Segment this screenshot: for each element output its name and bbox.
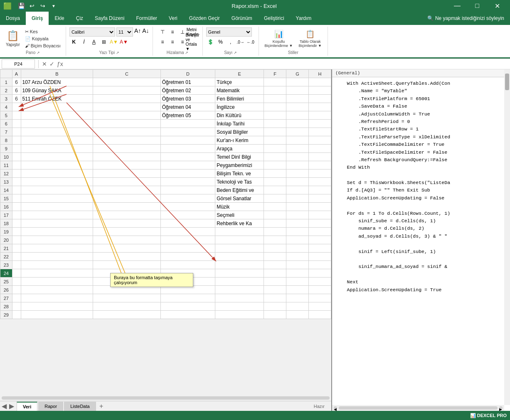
- cell[interactable]: 6: [12, 95, 21, 103]
- cell[interactable]: [21, 169, 93, 178]
- cell[interactable]: [93, 120, 160, 128]
- cell[interactable]: [12, 269, 21, 278]
- cell[interactable]: [12, 120, 21, 128]
- undo-icon[interactable]: ↩: [27, 1, 37, 10]
- cell[interactable]: [215, 253, 264, 261]
- cell[interactable]: [21, 219, 93, 228]
- font-family-select[interactable]: Calibri: [69, 27, 115, 37]
- cell[interactable]: [160, 219, 215, 228]
- add-sheet-button[interactable]: +: [97, 402, 106, 411]
- cell[interactable]: [286, 128, 308, 136]
- cell[interactable]: [264, 278, 286, 286]
- cell[interactable]: [160, 120, 215, 128]
- cell[interactable]: [308, 178, 331, 186]
- cell[interactable]: [286, 228, 308, 236]
- cell[interactable]: [93, 153, 160, 161]
- col-header-g[interactable]: G: [286, 70, 308, 78]
- cell[interactable]: [308, 261, 331, 269]
- save-icon[interactable]: 💾: [17, 1, 26, 10]
- cell[interactable]: Öğretmen 03: [160, 95, 215, 103]
- cell[interactable]: [160, 253, 215, 261]
- cell[interactable]: [264, 253, 286, 261]
- insert-function-icon[interactable]: ƒx: [57, 61, 63, 67]
- cell[interactable]: [286, 194, 308, 203]
- percent-button[interactable]: %: [216, 37, 225, 47]
- align-center-button[interactable]: ≡: [168, 37, 177, 47]
- fill-color-button[interactable]: A▼: [109, 37, 118, 47]
- cell[interactable]: İnkılap Tarihi: [215, 120, 264, 128]
- kosullu-bicim-button[interactable]: 📊 KoşulluBiçimlendirme ▼: [262, 28, 296, 49]
- cell[interactable]: [308, 219, 331, 228]
- cancel-formula-icon[interactable]: ✕: [42, 61, 47, 67]
- cell[interactable]: [93, 95, 160, 103]
- cell[interactable]: Öğretmen 01: [160, 78, 215, 86]
- underline-button[interactable]: A: [89, 37, 99, 47]
- tab-gozden-gecir[interactable]: Gözden Geçir: [183, 12, 226, 25]
- vscroll-thumb[interactable]: [505, 74, 509, 90]
- cell[interactable]: [21, 244, 93, 253]
- cell[interactable]: [286, 186, 308, 194]
- cell[interactable]: [286, 95, 308, 103]
- cell[interactable]: [93, 136, 160, 145]
- cell[interactable]: [308, 78, 331, 86]
- right-scroll-btn[interactable]: ▶: [499, 406, 503, 410]
- cell[interactable]: 6: [12, 78, 21, 86]
- cell[interactable]: [264, 86, 286, 95]
- cell[interactable]: [160, 311, 215, 319]
- cell[interactable]: [286, 269, 308, 278]
- cell[interactable]: [12, 261, 21, 269]
- cell[interactable]: [12, 186, 21, 194]
- kopyala-button[interactable]: 📄 Kopyala: [23, 36, 62, 42]
- cell[interactable]: [308, 120, 331, 128]
- cell[interactable]: [21, 178, 93, 186]
- h-scrollbar-track[interactable]: [2, 396, 330, 400]
- cell[interactable]: [160, 244, 215, 253]
- cell[interactable]: [93, 228, 160, 236]
- cell[interactable]: [12, 278, 21, 286]
- cell[interactable]: [160, 128, 215, 136]
- cell[interactable]: [215, 269, 264, 278]
- cell[interactable]: [160, 169, 215, 178]
- cell[interactable]: [21, 294, 93, 302]
- cell[interactable]: 109 Günay SAKA: [21, 86, 93, 95]
- cell[interactable]: [264, 269, 286, 278]
- cell[interactable]: Bilişim Tekn. ve: [215, 169, 264, 178]
- cell[interactable]: Türkçe: [215, 78, 264, 86]
- cell[interactable]: [12, 178, 21, 186]
- bicim-boyacisi-button[interactable]: 🖌 Biçim Boyacısı: [23, 43, 62, 49]
- cell[interactable]: [12, 128, 21, 136]
- cell[interactable]: [308, 302, 331, 311]
- cell[interactable]: [215, 228, 264, 236]
- code-panel-hscrollbar[interactable]: ◀ ▶: [332, 405, 504, 411]
- minimize-button[interactable]: —: [448, 0, 467, 12]
- cell[interactable]: [286, 278, 308, 286]
- cell[interactable]: [12, 153, 21, 161]
- cell[interactable]: [93, 194, 160, 203]
- cell[interactable]: [93, 103, 160, 111]
- cell[interactable]: [215, 236, 264, 244]
- border-button[interactable]: ⊞: [99, 37, 108, 47]
- cell[interactable]: [160, 236, 215, 244]
- merge-button[interactable]: Birleştir ve Ortala ▼: [188, 37, 197, 47]
- cell[interactable]: [12, 194, 21, 203]
- cell[interactable]: İngilizce: [215, 103, 264, 111]
- cell[interactable]: [286, 236, 308, 244]
- cell[interactable]: [264, 194, 286, 203]
- cell[interactable]: [308, 269, 331, 278]
- yapistir-button[interactable]: 📋 Yapıştır: [3, 29, 22, 48]
- cell[interactable]: Peygamberimizi: [215, 161, 264, 169]
- cell[interactable]: [93, 78, 160, 86]
- cell[interactable]: [93, 244, 160, 253]
- cell[interactable]: [264, 128, 286, 136]
- font-size-select[interactable]: 11: [116, 27, 133, 37]
- cell[interactable]: [93, 145, 160, 153]
- cell[interactable]: [308, 128, 331, 136]
- cell[interactable]: [308, 145, 331, 153]
- cell[interactable]: [160, 186, 215, 194]
- tab-sayfa-duzeni[interactable]: Sayfa Düzeni: [89, 12, 130, 25]
- cell[interactable]: [160, 211, 215, 219]
- bold-button[interactable]: K: [69, 37, 79, 47]
- cell[interactable]: [264, 145, 286, 153]
- cell[interactable]: Öğretmen 02: [160, 86, 215, 95]
- tab-ciz[interactable]: Çiz: [70, 12, 89, 25]
